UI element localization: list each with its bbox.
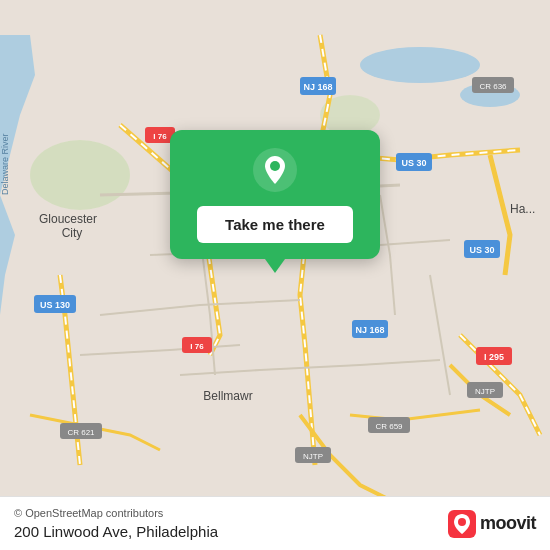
svg-text:CR 621: CR 621 bbox=[67, 428, 95, 437]
svg-text:NJTP: NJTP bbox=[475, 387, 495, 396]
svg-point-1 bbox=[360, 47, 480, 83]
popup-card: Take me there bbox=[170, 130, 380, 259]
svg-text:Delaware River: Delaware River bbox=[0, 133, 10, 195]
svg-text:Bellmawr: Bellmawr bbox=[203, 389, 252, 403]
svg-rect-0 bbox=[0, 35, 550, 515]
svg-text:US 30: US 30 bbox=[469, 245, 494, 255]
svg-text:NJTP: NJTP bbox=[303, 452, 323, 461]
svg-text:US 130: US 130 bbox=[40, 300, 70, 310]
svg-point-38 bbox=[270, 161, 280, 171]
svg-text:NJ 168: NJ 168 bbox=[303, 82, 332, 92]
svg-point-3 bbox=[30, 140, 130, 210]
svg-text:Gloucester: Gloucester bbox=[39, 212, 97, 226]
take-me-there-button[interactable]: Take me there bbox=[197, 206, 353, 243]
osm-attribution: © OpenStreetMap contributors bbox=[14, 507, 218, 519]
address-label: 200 Linwood Ave, Philadelphia bbox=[14, 523, 218, 540]
bottom-left-info: © OpenStreetMap contributors 200 Linwood… bbox=[14, 507, 218, 540]
bottom-bar: © OpenStreetMap contributors 200 Linwood… bbox=[0, 496, 550, 550]
svg-text:I 76: I 76 bbox=[153, 132, 167, 141]
location-pin-icon bbox=[253, 148, 297, 192]
svg-point-40 bbox=[458, 518, 466, 526]
moovit-pin-icon bbox=[448, 510, 476, 538]
map-background: Delaware River NJ 168 I 76 US 30 US 30 U… bbox=[0, 0, 550, 550]
svg-text:I 295: I 295 bbox=[484, 352, 504, 362]
moovit-logo: moovit bbox=[448, 510, 536, 538]
svg-text:CR 636: CR 636 bbox=[479, 82, 507, 91]
svg-text:Ha...: Ha... bbox=[510, 202, 535, 216]
svg-text:CR 659: CR 659 bbox=[375, 422, 403, 431]
svg-text:US 30: US 30 bbox=[401, 158, 426, 168]
moovit-brand-text: moovit bbox=[480, 513, 536, 534]
svg-text:City: City bbox=[62, 226, 83, 240]
svg-text:NJ 168: NJ 168 bbox=[355, 325, 384, 335]
svg-text:I 76: I 76 bbox=[190, 342, 204, 351]
map-container: Delaware River NJ 168 I 76 US 30 US 30 U… bbox=[0, 0, 550, 550]
